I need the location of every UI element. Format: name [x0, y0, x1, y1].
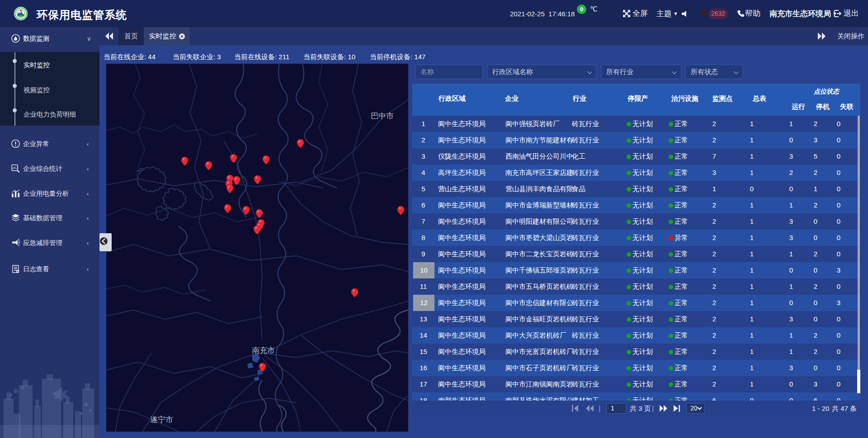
svg-text:巴中市: 巴中市: [371, 112, 394, 120]
svg-text:遂宁市: 遂宁市: [150, 415, 173, 424]
svg-text:南充市: 南充市: [252, 346, 275, 355]
